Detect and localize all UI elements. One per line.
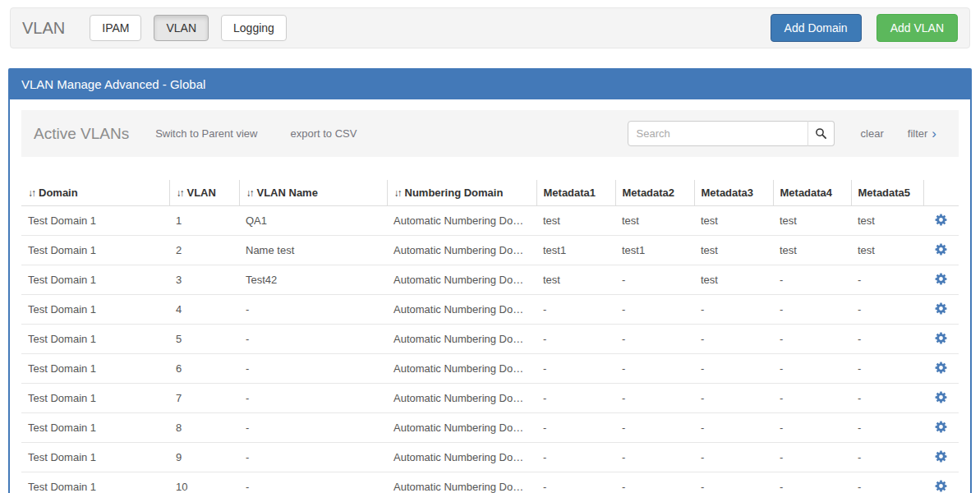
cell-metadata1: - (536, 325, 615, 354)
cell-vlan: 2 (169, 236, 239, 265)
col-header-vlan[interactable]: ↓↑VLAN (169, 180, 239, 206)
cell-metadata2: - (615, 295, 694, 325)
cell-metadata3: - (694, 354, 773, 384)
cell-actions (923, 206, 959, 236)
cell-metadata2: - (615, 384, 694, 413)
filter-link[interactable]: filter› (908, 127, 936, 141)
cell-metadata3: test (694, 236, 773, 265)
cell-vlan: 3 (169, 265, 239, 295)
cell-metadata5: - (851, 472, 923, 493)
clear-link[interactable]: clear (861, 127, 884, 140)
gear-icon[interactable] (935, 362, 947, 374)
cell-metadata5: - (851, 295, 923, 325)
toolbar-right-group: clear filter› (628, 121, 946, 146)
cell-metadata3: - (694, 413, 773, 443)
cell-metadata4: test (773, 236, 851, 265)
panel-body: Active VLANs Switch to Parent view expor… (10, 99, 970, 493)
tab-vlan[interactable]: VLAN (154, 15, 209, 41)
gear-icon[interactable] (935, 421, 947, 433)
cell-vlan-name: - (239, 443, 387, 472)
search-input[interactable] (628, 121, 808, 146)
gear-icon[interactable] (935, 332, 947, 344)
cell-metadata2: - (615, 472, 694, 493)
cell-metadata5: test (851, 236, 923, 265)
cell-metadata2: - (615, 265, 694, 295)
gear-icon[interactable] (935, 302, 947, 315)
cell-vlan: 9 (169, 443, 239, 472)
cell-metadata1: - (536, 354, 615, 384)
cell-metadata4: - (773, 413, 851, 443)
cell-metadata4: - (773, 295, 851, 325)
cell-metadata5: - (851, 325, 923, 354)
gear-icon[interactable] (935, 273, 947, 285)
switch-parent-view-link[interactable]: Switch to Parent view (155, 127, 257, 140)
cell-vlan: 6 (169, 354, 239, 384)
cell-metadata1: - (536, 384, 615, 413)
table-row: Test Domain 1 3 Test42 Automatic Numberi… (21, 265, 959, 295)
col-header-vlan-name[interactable]: ↓↑VLAN Name (239, 180, 387, 206)
cell-actions (923, 295, 959, 325)
col-header-metadata3: Metadata3 (694, 180, 773, 206)
cell-vlan: 7 (169, 384, 239, 413)
cell-actions (923, 236, 959, 265)
cell-metadata1: test1 (536, 236, 615, 265)
cell-domain: Test Domain 1 (21, 472, 169, 493)
cell-metadata4: - (773, 354, 851, 384)
cell-vlan-name: - (239, 295, 387, 325)
add-vlan-button[interactable]: Add VLAN (876, 14, 958, 42)
cell-actions (923, 443, 959, 472)
tab-logging[interactable]: Logging (221, 15, 287, 41)
cell-domain: Test Domain 1 (21, 325, 169, 354)
gear-icon[interactable] (935, 243, 947, 256)
gear-icon[interactable] (935, 480, 947, 492)
cell-vlan-name: QA1 (239, 206, 387, 236)
tab-ipam[interactable]: IPAM (90, 15, 141, 41)
cell-metadata3: - (694, 472, 773, 493)
cell-domain: Test Domain 1 (21, 384, 169, 413)
cell-numbering-domain: Automatic Numbering Doma… (387, 443, 536, 472)
cell-metadata2: - (615, 325, 694, 354)
cell-numbering-domain: Automatic Numbering Doma… (387, 325, 536, 354)
cell-metadata2: - (615, 443, 694, 472)
cell-numbering-domain: Automatic Numbering Doma… (387, 236, 536, 265)
magnifier-icon (815, 127, 827, 140)
cell-numbering-domain: Automatic Numbering Doma… (387, 472, 536, 493)
table-row: Test Domain 1 5 - Automatic Numbering Do… (21, 325, 959, 354)
table-row: Test Domain 1 10 - Automatic Numbering D… (21, 472, 959, 493)
col-header-metadata5: Metadata5 (851, 180, 923, 206)
search-button[interactable] (807, 121, 835, 146)
cell-actions (923, 265, 959, 295)
cell-domain: Test Domain 1 (21, 413, 169, 443)
cell-actions (923, 472, 959, 493)
cell-vlan: 5 (169, 325, 239, 354)
col-header-numbering-domain[interactable]: ↓↑Numbering Domain (387, 180, 536, 206)
cell-numbering-domain: Automatic Numbering Doma… (387, 354, 536, 384)
chevron-right-icon: › (932, 127, 936, 141)
export-csv-link[interactable]: export to CSV (290, 127, 357, 140)
sort-icon: ↓↑ (28, 187, 35, 199)
col-header-domain[interactable]: ↓↑Domain (21, 180, 169, 206)
search-group (628, 121, 835, 146)
add-domain-button[interactable]: Add Domain (771, 14, 862, 42)
gear-icon[interactable] (935, 391, 947, 403)
cell-metadata1: test (536, 206, 615, 236)
cell-domain: Test Domain 1 (21, 236, 169, 265)
sort-icon: ↓↑ (246, 187, 253, 199)
cell-metadata1: - (536, 295, 615, 325)
cell-metadata2: - (615, 354, 694, 384)
cell-metadata4: - (773, 384, 851, 413)
cell-metadata3: test (694, 206, 773, 236)
table-row: Test Domain 1 8 - Automatic Numbering Do… (21, 413, 959, 443)
cell-vlan: 8 (169, 413, 239, 443)
cell-numbering-domain: Automatic Numbering Doma… (387, 384, 536, 413)
page-title: VLAN (22, 19, 65, 38)
gear-icon[interactable] (935, 450, 947, 463)
filter-label: filter (908, 127, 928, 140)
top-navbar: VLAN IPAM VLAN Logging Add Domain Add VL… (10, 7, 970, 48)
table-row: Test Domain 1 1 QA1 Automatic Numbering … (21, 206, 959, 236)
cell-domain: Test Domain 1 (21, 265, 169, 295)
gear-icon[interactable] (935, 214, 947, 226)
cell-domain: Test Domain 1 (21, 295, 169, 325)
cell-metadata5: test (851, 206, 923, 236)
cell-vlan: 4 (169, 295, 239, 325)
